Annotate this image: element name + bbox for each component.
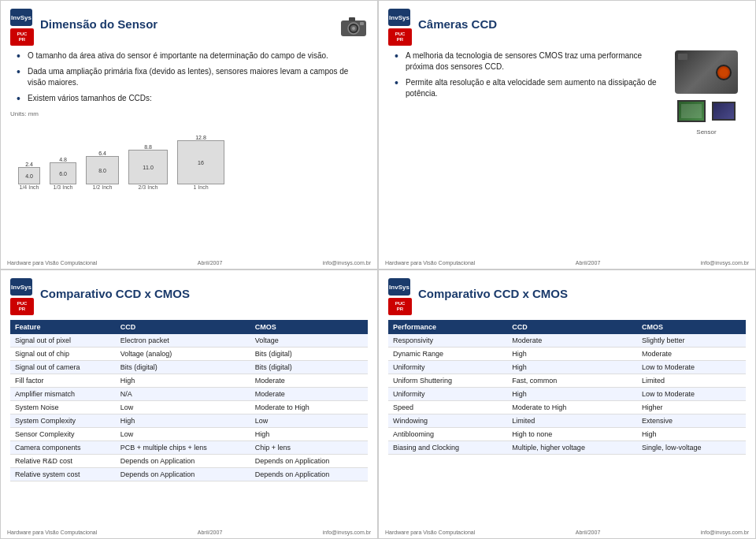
th-perf-cmos: CMOS xyxy=(637,320,746,334)
features-cell-0-1: Electron packet xyxy=(116,334,250,348)
slide-2: InvSys PUCPR Câmeras CCD A melhoria da t… xyxy=(378,0,756,270)
bar-chart: 2.4 4.0 1/4 Inch 4.8 6.0 1/3 Inch 6.4 xyxy=(10,119,368,190)
features-row-2: Signal out of cameraBits (digital)Bits (… xyxy=(10,361,368,374)
slide2-bullet-2: Permite alta resolução e alta velocidade… xyxy=(395,77,659,99)
svg-rect-4 xyxy=(349,17,355,21)
camera-lens xyxy=(716,65,732,80)
features-row-6: System ComplexityHighLow xyxy=(10,414,368,428)
perf-row-6: WindowingLimitedExtensive xyxy=(388,414,746,428)
pucpr-text-2: PUCPR xyxy=(395,32,406,42)
pucpr-text-4: PUCPR xyxy=(395,301,406,311)
features-cell-5-0: System Noise xyxy=(10,401,116,414)
features-row-5: System NoiseLowModerate to High xyxy=(10,401,368,414)
footer4-right: info@invsys.com.br xyxy=(701,530,749,535)
sensor-diagram-area: Units: mm 2.4 4.0 1/4 Inch 4.8 6.0 1/3 I xyxy=(10,110,368,190)
slide3-title: Comparativo CCD x CMOS xyxy=(40,287,190,300)
features-cell-10-0: Relative system cost xyxy=(10,468,116,481)
perf-row-1: Dynamic RangeHighModerate xyxy=(388,348,746,361)
units-label: Units: mm xyxy=(10,110,368,117)
page-grid: InvSys PUCPR Dimensão do Sensor xyxy=(0,0,756,539)
perf-row-4: UniformityHighLow to Moderate xyxy=(388,388,746,401)
logos-slide1: InvSys PUCPR xyxy=(10,9,34,46)
footer1-center: Abril/2007 xyxy=(198,260,223,266)
slide2-bullets: A melhoria da tecnologia de sensores CMO… xyxy=(388,50,659,99)
slide-3: InvSys PUCPR Comparativo CCD x CMOS Feat… xyxy=(0,270,378,539)
features-cell-9-2: Depends on Application xyxy=(250,455,368,468)
bullet-1: O tamanho da área ativa do sensor é impo… xyxy=(17,50,368,61)
bar5-top: 12.8 xyxy=(195,135,206,140)
invsys-logo-1: InvSys xyxy=(10,9,32,26)
features-cell-0-0: Signal out of pixel xyxy=(10,334,116,348)
invsys-logo-2: InvSys xyxy=(388,9,410,26)
slide2-footer: Hardware para Visão Computacional Abril/… xyxy=(379,260,755,266)
bar3-inch: 1/2 Inch xyxy=(93,184,113,190)
features-cell-5-2: Moderate to High xyxy=(250,401,368,414)
bar4-inch: 2/3 Inch xyxy=(139,184,158,190)
footer4-left: Hardware para Visão Computacional xyxy=(385,530,475,535)
slide2-text: A melhoria da tecnologia de sensores CMO… xyxy=(388,50,659,136)
slide2-header: InvSys PUCPR Câmeras CCD xyxy=(388,9,746,46)
bar5-mid: 16 xyxy=(198,160,204,165)
features-cell-7-0: Sensor Complexity xyxy=(10,428,116,441)
bar1-mid: 4.0 xyxy=(25,173,33,179)
svg-point-3 xyxy=(352,27,355,30)
features-row-10: Relative system costDepends on Applicati… xyxy=(10,468,368,481)
bar-2: 4.8 6.0 1/3 Inch xyxy=(50,157,76,190)
features-cell-1-2: Bits (digital) xyxy=(250,348,368,361)
features-cell-10-2: Depends on Application xyxy=(250,468,368,481)
camera-image xyxy=(675,50,738,94)
bar4-top: 8.8 xyxy=(144,144,152,150)
pucpr-logo-3: PUCPR xyxy=(10,298,34,315)
invsys-text-1: InvSys xyxy=(11,14,32,21)
features-cell-4-1: N/A xyxy=(116,388,250,401)
features-cell-3-1: High xyxy=(116,374,250,388)
perf-row-3: Uniform ShutteringFast, commonLimited xyxy=(388,374,746,388)
th-perf: Performance xyxy=(388,320,507,334)
features-cell-3-2: Moderate xyxy=(250,374,368,388)
features-cell-9-0: Relative R&D cost xyxy=(10,455,116,468)
slide2-bullet-1: A melhoria da tecnologia de sensores CMO… xyxy=(395,50,659,72)
logos-slide3: InvSys PUCPR xyxy=(10,278,34,315)
slide3-footer: Hardware para Visão Computacional Abril/… xyxy=(1,530,377,535)
features-cell-8-0: Camera components xyxy=(10,441,116,455)
perf-cell-1-0: Dynamic Range xyxy=(388,348,507,361)
perf-cell-2-2: Low to Moderate xyxy=(637,361,746,374)
features-cell-3-0: Fill factor xyxy=(10,374,116,388)
bar-5: 12.8 16 1 Inch xyxy=(177,135,224,190)
perf-cell-6-1: Limited xyxy=(507,414,637,428)
perf-cell-0-1: Moderate xyxy=(507,334,637,348)
footer1-left: Hardware para Visão Computacional xyxy=(7,260,97,266)
slide1-bullets: O tamanho da área ativa do sensor é impo… xyxy=(10,50,368,104)
features-table: Feature CCD CMOS Signal out of pixelElec… xyxy=(10,320,368,481)
features-row-1: Signal out of chipVoltage (analog)Bits (… xyxy=(10,348,368,361)
bar2-top: 4.8 xyxy=(59,157,67,162)
pucpr-text-3: PUCPR xyxy=(17,301,28,311)
perf-row-0: ResponsivityModerateSlightly better xyxy=(388,334,746,348)
perf-cell-7-0: Antiblooming xyxy=(388,428,507,441)
footer2-center: Abril/2007 xyxy=(576,260,601,266)
bar-1: 2.4 4.0 1/4 Inch xyxy=(18,162,40,190)
pucpr-logo-1: PUCPR xyxy=(10,28,34,46)
footer2-left: Hardware para Visão Computacional xyxy=(385,260,475,266)
features-cell-9-1: Depends on Application xyxy=(116,455,250,468)
footer4-center: Abril/2007 xyxy=(576,530,601,535)
features-cell-6-0: System Complexity xyxy=(10,414,116,428)
features-cell-6-2: Low xyxy=(250,414,368,428)
bar3-top: 6.4 xyxy=(98,151,106,156)
perf-cell-5-0: Speed xyxy=(388,401,507,414)
sensor-chips xyxy=(677,100,736,122)
svg-rect-5 xyxy=(360,22,364,25)
slide2-images: Sensor xyxy=(667,50,746,136)
perf-cell-0-2: Slightly better xyxy=(637,334,746,348)
perf-cell-1-2: Moderate xyxy=(637,348,746,361)
perf-cell-3-1: Fast, common xyxy=(507,374,637,388)
slide4-title: Comparativo CCD x CMOS xyxy=(418,287,568,300)
invsys-text-2: InvSys xyxy=(389,14,410,21)
features-row-0: Signal out of pixelElectron packetVoltag… xyxy=(10,334,368,348)
bullet-2: Dada uma ampliação primária fixa (devido… xyxy=(17,66,368,88)
pucpr-logo-4: PUCPR xyxy=(388,298,412,315)
slide4-header: InvSys PUCPR Comparativo CCD x CMOS xyxy=(388,278,746,315)
sensor-image xyxy=(712,102,736,121)
features-cell-2-0: Signal out of camera xyxy=(10,361,116,374)
footer3-left: Hardware para Visão Computacional xyxy=(7,530,97,535)
